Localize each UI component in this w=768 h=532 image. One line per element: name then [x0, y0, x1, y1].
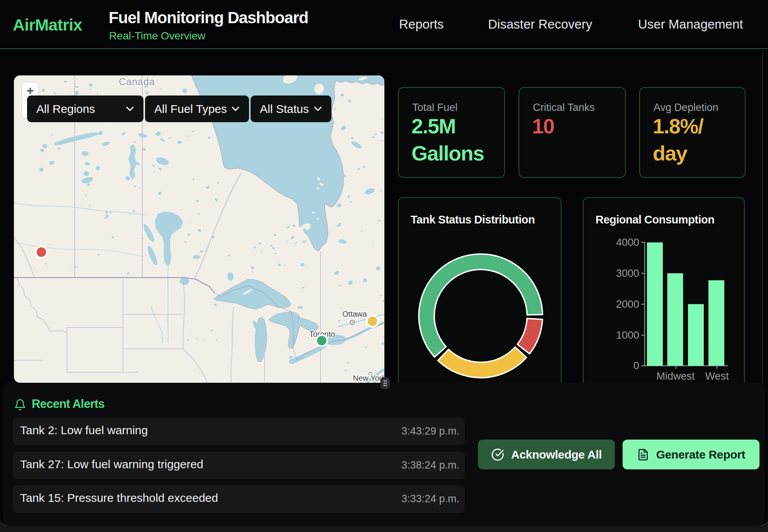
svg-text:Midwest: Midwest	[656, 370, 695, 382]
svg-text:2000: 2000	[616, 298, 639, 310]
svg-text:New York: New York	[353, 374, 384, 382]
svg-text:3000: 3000	[616, 268, 639, 279]
svg-text:1000: 1000	[616, 329, 639, 341]
svg-text:West: West	[705, 370, 729, 382]
svg-text:4000: 4000	[616, 237, 639, 248]
svg-text:Canada: Canada	[119, 76, 155, 87]
svg-text:0: 0	[633, 360, 639, 372]
svg-text:Ottawa: Ottawa	[342, 310, 367, 318]
